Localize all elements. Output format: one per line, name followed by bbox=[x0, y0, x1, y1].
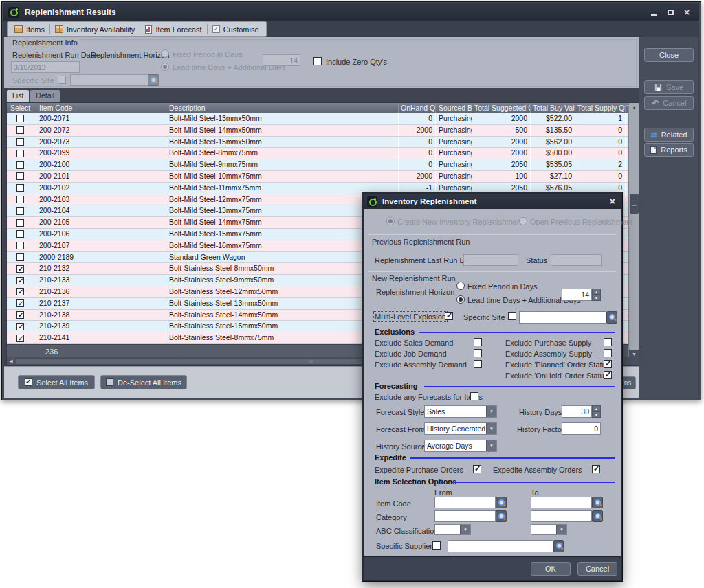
exclude-job-demand-checkbox[interactable] bbox=[474, 349, 482, 357]
exclude-onhold-status-checkbox[interactable] bbox=[604, 371, 612, 379]
fixed-period-radio[interactable] bbox=[161, 49, 169, 58]
chevron-down-icon[interactable]: ▼ bbox=[460, 525, 470, 534]
horizon-days-field[interactable]: 14 bbox=[263, 54, 300, 66]
specific-supplier-field[interactable] bbox=[448, 540, 553, 552]
tab-detail[interactable]: Detail bbox=[30, 90, 60, 102]
search-icon[interactable] bbox=[592, 497, 603, 508]
row-select-checkbox[interactable] bbox=[16, 288, 24, 295]
open-previous-radio[interactable] bbox=[519, 217, 527, 225]
col-description[interactable]: Description bbox=[166, 103, 399, 113]
row-select-checkbox[interactable] bbox=[16, 138, 24, 146]
cancel-button[interactable]: ↶ Cancel bbox=[644, 96, 694, 110]
create-new-radio[interactable] bbox=[386, 217, 395, 225]
abc-to-dropdown[interactable]: ▼ bbox=[531, 524, 567, 535]
select-all-items-button[interactable]: Select All Items bbox=[18, 375, 95, 389]
row-select-checkbox[interactable] bbox=[16, 207, 24, 215]
search-icon[interactable] bbox=[553, 540, 564, 552]
exclude-assembly-supply-checkbox[interactable] bbox=[604, 349, 612, 357]
row-select-checkbox[interactable] bbox=[16, 184, 24, 192]
forecast-style-dropdown[interactable]: Sales ▼ bbox=[424, 405, 497, 418]
col-item-code[interactable]: Item Code bbox=[34, 103, 166, 113]
row-select-checkbox[interactable] bbox=[16, 253, 24, 261]
row-select-checkbox[interactable] bbox=[16, 219, 24, 227]
row-select-checkbox[interactable] bbox=[16, 115, 24, 122]
save-button[interactable]: Save bbox=[644, 80, 694, 94]
search-icon[interactable] bbox=[496, 497, 507, 508]
table-row[interactable]: 200-2071Bolt-Mild Steel-13mmx50mm0Purcha… bbox=[7, 113, 639, 125]
spinner-down-icon[interactable]: ▼ bbox=[592, 295, 601, 301]
col-select[interactable]: Select bbox=[7, 103, 34, 113]
search-icon[interactable] bbox=[592, 510, 603, 522]
row-select-checkbox[interactable] bbox=[16, 150, 24, 157]
spinner-up-icon[interactable]: ▲ bbox=[592, 289, 601, 295]
category-to-field[interactable] bbox=[531, 510, 592, 522]
spinner-down-icon[interactable]: ▼ bbox=[592, 411, 601, 418]
row-select-checkbox[interactable] bbox=[16, 311, 24, 319]
minimize-button[interactable] bbox=[648, 8, 659, 17]
scroll-up-icon[interactable]: ▲ bbox=[629, 103, 639, 112]
item-code-from-field[interactable] bbox=[434, 497, 496, 508]
row-select-checkbox[interactable] bbox=[16, 299, 24, 307]
specific-site-checkbox[interactable] bbox=[508, 312, 516, 320]
col-total-suggested-qty[interactable]: Total Suggested Qty bbox=[472, 103, 531, 113]
dialog-close-button[interactable]: × bbox=[610, 196, 615, 206]
exclude-assembly-demand-checkbox[interactable] bbox=[474, 360, 482, 368]
related-button[interactable]: ⇄ Related bbox=[644, 128, 694, 142]
specific-site-field[interactable] bbox=[519, 311, 606, 324]
table-row[interactable]: 200-2099Bolt-Mild Steel-8mmx75mm0Purchas… bbox=[7, 148, 639, 159]
expedite-assembly-checkbox[interactable] bbox=[592, 465, 600, 473]
leadtime-radio[interactable] bbox=[456, 295, 465, 304]
search-icon[interactable] bbox=[148, 74, 159, 86]
forecast-from-dropdown[interactable]: History Generated ▼ bbox=[424, 422, 497, 435]
col-sourced-by[interactable]: Sourced By bbox=[436, 103, 472, 113]
leadtime-radio[interactable] bbox=[161, 63, 169, 71]
vertical-scrollbar[interactable]: ▲ ▼ bbox=[628, 103, 639, 359]
specific-supplier-checkbox[interactable] bbox=[432, 541, 441, 550]
table-row[interactable]: 200-2073Bolt-Mild Steel-15mmx50mm0Purcha… bbox=[7, 137, 639, 148]
history-source-dropdown[interactable]: Average Days ▼ bbox=[424, 440, 497, 452]
deselect-all-items-button[interactable]: De-Select All Items bbox=[100, 375, 187, 389]
exclude-planned-status-checkbox[interactable] bbox=[604, 360, 612, 368]
exclude-purchase-supply-checkbox[interactable] bbox=[604, 338, 612, 346]
row-select-checkbox[interactable] bbox=[16, 126, 24, 134]
table-row[interactable]: 200-2072Bolt-Mild Steel-14mmx50mm2000Pur… bbox=[7, 125, 639, 137]
include-zero-checkbox[interactable] bbox=[314, 57, 322, 65]
multi-level-explosion-checkbox[interactable] bbox=[445, 312, 453, 320]
toolbar-customise-button[interactable]: ✓ Customise bbox=[208, 23, 264, 36]
chevron-down-icon[interactable]: ▼ bbox=[486, 440, 496, 451]
row-select-checkbox[interactable] bbox=[16, 265, 24, 273]
expedite-purchase-checkbox[interactable] bbox=[473, 465, 481, 473]
fixed-period-radio[interactable] bbox=[456, 282, 465, 290]
status-field[interactable] bbox=[551, 254, 602, 266]
tab-list[interactable]: List bbox=[7, 90, 29, 102]
vertical-scroll-thumb[interactable] bbox=[630, 194, 639, 214]
last-run-date-field[interactable] bbox=[463, 254, 518, 266]
table-row[interactable]: 200-2101Bolt-Mild Steel-10mmx75mm2000Pur… bbox=[7, 171, 639, 183]
row-select-checkbox[interactable] bbox=[16, 335, 24, 342]
category-from-field[interactable] bbox=[434, 510, 496, 522]
maximize-button[interactable] bbox=[665, 8, 676, 17]
table-row[interactable]: 200-2100Bolt-Mild Steel-9mmx75mm0Purchas… bbox=[7, 159, 639, 171]
spinner-up-icon[interactable]: ▲ bbox=[592, 405, 601, 411]
row-select-checkbox[interactable] bbox=[16, 242, 24, 249]
chevron-down-icon[interactable]: ▼ bbox=[556, 525, 566, 534]
row-select-checkbox[interactable] bbox=[16, 172, 24, 180]
item-code-to-field[interactable] bbox=[531, 497, 592, 508]
scroll-left-icon[interactable]: ◀ bbox=[7, 357, 15, 365]
row-select-checkbox[interactable] bbox=[16, 277, 24, 284]
chevron-down-icon[interactable]: ▼ bbox=[486, 423, 496, 434]
col-total-supply-qty[interactable]: Total Supply Qty bbox=[575, 103, 626, 113]
col-onhand-qty[interactable]: OnHand Qty bbox=[399, 103, 436, 113]
row-select-checkbox[interactable] bbox=[16, 196, 24, 203]
exclude-sales-demand-checkbox[interactable] bbox=[474, 338, 482, 346]
history-factor-field[interactable]: 0 bbox=[562, 422, 601, 435]
toolbar-inventory-availability-button[interactable]: Inventory Availability bbox=[50, 23, 140, 36]
history-days-field[interactable]: 30 bbox=[562, 405, 592, 418]
dialog-cancel-button[interactable]: Cancel bbox=[578, 562, 617, 576]
exclude-forecasts-checkbox[interactable] bbox=[470, 392, 478, 400]
horizon-days-field[interactable]: 14 bbox=[562, 289, 592, 301]
toolbar-item-forecast-button[interactable]: Item Forecast bbox=[140, 23, 206, 36]
row-select-checkbox[interactable] bbox=[16, 161, 24, 169]
chevron-down-icon[interactable]: ▼ bbox=[486, 406, 496, 417]
specific-site-field[interactable] bbox=[70, 74, 160, 86]
